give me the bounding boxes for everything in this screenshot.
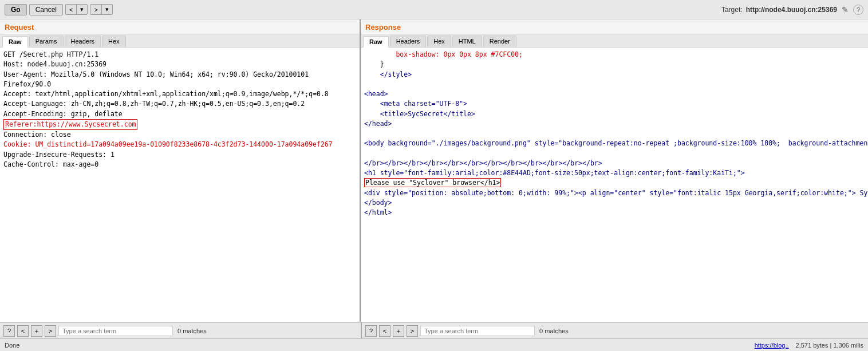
request-bottom-bar: ? < + > 0 matches — [0, 322, 361, 338]
toolbar: Go Cancel < ▾ > ▾ Target: http://node4.b… — [0, 0, 868, 19]
response-line-r14: Please use "Syclover" browser</h1> — [364, 178, 865, 188]
request-matches-count: 0 matches — [177, 328, 207, 334]
help-icon[interactable]: ? — [853, 5, 863, 15]
response-line-r16: </body> — [364, 198, 865, 208]
status-bytes: 2,571 bytes | 1,306 milis — [796, 342, 863, 349]
request-tabs: RawParamsHeadersHex — [0, 34, 360, 48]
back-nav-group: < ▾ — [65, 4, 88, 15]
request-help-btn[interactable]: ? — [3, 325, 15, 337]
forward-dropdown-button[interactable]: ▾ — [102, 5, 112, 14]
response-section-title: Response — [361, 19, 868, 34]
response-line-r1: box-shadow: 0px 0px 8px #7CFC00; — [364, 50, 865, 60]
response-line-r2: } — [364, 60, 865, 69]
request-search-area: ? < + > 0 matches — [3, 325, 357, 337]
response-search-area: ? < + > 0 matches — [365, 325, 865, 337]
toolbar-left: Go Cancel < ▾ > ▾ — [5, 4, 113, 15]
response-line-r4 — [364, 80, 865, 89]
response-line-r10: <body background="./images/background.pn… — [364, 139, 865, 148]
toolbar-right: Target: http://node4.buuoj.cn:25369 ✎ ? — [721, 4, 863, 15]
request-panel: Request RawParamsHeadersHex GET /Secret.… — [0, 19, 361, 322]
response-line-r13: <h1 style="font-family:arial;color:#8E44… — [364, 168, 865, 178]
main-content: Request RawParamsHeadersHex GET /Secret.… — [0, 19, 868, 322]
response-line-r11 — [364, 149, 865, 159]
request-content[interactable]: GET /Secret.php HTTP/1.1Host: node4.buuo… — [0, 48, 360, 322]
back-dropdown-button[interactable]: ▾ — [77, 5, 87, 14]
request-line-line2: Host: node4.buuoj.cn:25369 — [3, 60, 356, 69]
bottom-search-bars: ? < + > 0 matches ? < + > 0 matches — [0, 322, 868, 338]
request-next-btn[interactable]: > — [45, 325, 56, 337]
request-tab-raw[interactable]: Raw — [2, 36, 28, 48]
request-prev-btn[interactable]: < — [17, 325, 29, 337]
request-line-line5: Accept-Language: zh-CN,zh;q=0.8,zh-TW;q=… — [3, 99, 356, 109]
response-panel: Response RawHeadersHexHTMLRender box-sha… — [361, 19, 868, 322]
request-line-line11: Cache-Control: max-age=0 — [3, 160, 356, 169]
response-tab-render[interactable]: Render — [483, 36, 516, 47]
request-line-line9: Cookie: UM_distinctid=17a094a09ee19a-010… — [3, 140, 356, 149]
target-url: http://node4.buuoj.cn:25369 — [746, 6, 837, 14]
response-line-r8: </head> — [364, 119, 865, 129]
request-tab-headers[interactable]: Headers — [65, 36, 101, 47]
response-line-r15: <div style="position: absolute;bottom: 0… — [364, 188, 865, 198]
request-line-line4: Accept: text/html,application/xhtml+xml,… — [3, 89, 356, 99]
status-link[interactable]: https://blog.. — [755, 342, 789, 349]
response-help-btn[interactable]: ? — [365, 325, 377, 337]
status-done: Done — [5, 342, 19, 349]
response-line-r12: </br></br></br></br></br></br></br></br>… — [364, 159, 865, 168]
request-section-title: Request — [0, 19, 360, 34]
target-label: Target: — [721, 6, 743, 14]
response-tabs: RawHeadersHexHTMLRender — [361, 34, 868, 48]
response-tab-html[interactable]: HTML — [452, 36, 482, 47]
response-search-input[interactable] — [420, 326, 535, 336]
forward-button[interactable]: > — [90, 5, 101, 14]
response-line-r3: </style> — [364, 70, 865, 80]
go-button[interactable]: Go — [5, 4, 27, 15]
response-tab-headers[interactable]: Headers — [390, 36, 427, 47]
cancel-button[interactable]: Cancel — [29, 4, 63, 15]
response-line-r17: </html> — [364, 208, 865, 218]
request-tab-hex[interactable]: Hex — [102, 36, 126, 47]
response-tab-raw[interactable]: Raw — [363, 36, 389, 48]
response-plus-btn[interactable]: + — [393, 325, 404, 337]
edit-icon[interactable]: ✎ — [841, 4, 850, 15]
response-next-btn[interactable]: > — [407, 325, 418, 337]
response-matches-count: 0 matches — [539, 328, 569, 334]
status-right: https://blog.. 2,571 bytes | 1,306 milis — [755, 342, 863, 349]
forward-nav-group: > ▾ — [90, 4, 112, 15]
response-line-r9 — [364, 129, 865, 139]
request-plus-btn[interactable]: + — [31, 325, 42, 337]
request-search-input[interactable] — [58, 326, 173, 336]
response-content[interactable]: box-shadow: 0px 0px 8px #7CFC00; } </sty… — [361, 48, 868, 322]
request-tab-params[interactable]: Params — [29, 36, 64, 47]
request-line-line8: Connection: close — [3, 130, 356, 140]
request-line-line6: Accept-Encoding: gzip, deflate — [3, 109, 356, 119]
response-line-r5: <head> — [364, 89, 865, 99]
response-line-r7: <title>SycSecret</title> — [364, 109, 865, 119]
back-button[interactable]: < — [66, 5, 77, 14]
request-line-line3: User-Agent: Mozilla/5.0 (Windows NT 10.0… — [3, 70, 356, 90]
response-line-r6: <meta charset="UTF-8"> — [364, 99, 865, 109]
status-bar: Done https://blog.. 2,571 bytes | 1,306 … — [0, 338, 868, 351]
response-bottom-bar: ? < + > 0 matches — [362, 322, 868, 338]
request-line-line10: Upgrade-Insecure-Requests: 1 — [3, 150, 356, 160]
request-line-line7: Referer:https://www.Sycsecret.com — [3, 119, 356, 130]
response-tab-hex[interactable]: Hex — [427, 36, 451, 47]
response-prev-btn[interactable]: < — [379, 325, 390, 337]
request-line-line1: GET /Secret.php HTTP/1.1 — [3, 50, 356, 60]
